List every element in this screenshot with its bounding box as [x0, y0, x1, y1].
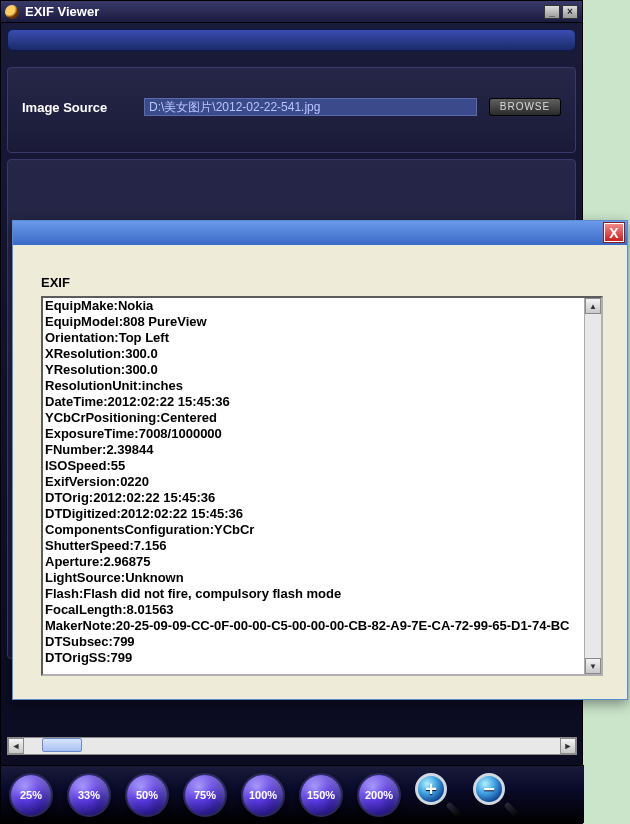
popup-titlebar[interactable]: X — [13, 221, 627, 245]
window-title: EXIF Viewer — [25, 4, 542, 19]
horizontal-scrollbar[interactable]: ◄ ► — [7, 737, 577, 755]
zoom-out-button[interactable]: − — [473, 773, 517, 817]
exif-line: DTSubsec:799 — [45, 634, 583, 650]
image-source-panel: Image Source BROWSE — [7, 67, 576, 153]
zoom-150-button[interactable]: 150% — [299, 773, 343, 817]
exif-line: ExifVersion:0220 — [45, 474, 583, 490]
exif-label: EXIF — [41, 275, 609, 290]
minimize-button[interactable]: _ — [544, 5, 560, 19]
exif-line: ExposureTime:7008/1000000 — [45, 426, 583, 442]
zoom-50-button[interactable]: 50% — [125, 773, 169, 817]
minus-icon: − — [483, 779, 495, 799]
exif-line: Aperture:2.96875 — [45, 554, 583, 570]
exif-line: ShutterSpeed:7.156 — [45, 538, 583, 554]
toolbar-strip — [7, 29, 576, 51]
popup-close-button[interactable]: X — [604, 223, 624, 242]
image-source-input[interactable] — [144, 98, 477, 116]
scroll-vtrack[interactable] — [585, 315, 601, 657]
exif-line: ComponentsConfiguration:YCbCr — [45, 522, 583, 538]
exif-popup: X EXIF EquipMake:NokiaEquipModel:808 Pur… — [12, 220, 628, 700]
scroll-thumb[interactable] — [42, 738, 82, 752]
zoom-33-button[interactable]: 33% — [67, 773, 111, 817]
exif-line: YCbCrPositioning:Centered — [45, 410, 583, 426]
zoom-in-button[interactable]: + — [415, 773, 459, 817]
exif-line: LightSource:Unknown — [45, 570, 583, 586]
exif-line: Orientation:Top Left — [45, 330, 583, 346]
scroll-track[interactable] — [24, 738, 560, 754]
exif-line: Flash:Flash did not fire, compulsory fla… — [45, 586, 583, 602]
title-bar[interactable]: EXIF Viewer _ × — [1, 1, 582, 23]
exif-line: EquipMake:Nokia — [45, 298, 583, 314]
exif-line: DTOrig:2012:02:22 15:45:36 — [45, 490, 583, 506]
exif-line: FocalLength:8.01563 — [45, 602, 583, 618]
exif-textbox[interactable]: EquipMake:NokiaEquipModel:808 PureViewOr… — [41, 296, 603, 676]
scroll-down-arrow[interactable]: ▼ — [585, 658, 601, 674]
zoom-100-button[interactable]: 100% — [241, 773, 285, 817]
zoom-200-button[interactable]: 200% — [357, 773, 401, 817]
exif-line: MakerNote:20-25-09-09-CC-0F-00-00-C5-00-… — [45, 618, 583, 634]
zoom-25-button[interactable]: 25% — [9, 773, 53, 817]
exif-line: XResolution:300.0 — [45, 346, 583, 362]
exif-line: DateTime:2012:02:22 15:45:36 — [45, 394, 583, 410]
browse-button[interactable]: BROWSE — [489, 98, 561, 116]
scroll-right-arrow[interactable]: ► — [560, 738, 576, 754]
plus-icon: + — [425, 779, 437, 799]
exif-content: EquipMake:NokiaEquipModel:808 PureViewOr… — [45, 298, 583, 674]
vertical-scrollbar[interactable]: ▲ ▼ — [584, 298, 601, 674]
close-button[interactable]: × — [562, 5, 578, 19]
scroll-left-arrow[interactable]: ◄ — [8, 738, 24, 754]
app-icon — [5, 5, 19, 19]
zoom-75-button[interactable]: 75% — [183, 773, 227, 817]
exif-line: ISOSpeed:55 — [45, 458, 583, 474]
exif-line: YResolution:300.0 — [45, 362, 583, 378]
exif-line: DTDigitized:2012:02:22 15:45:36 — [45, 506, 583, 522]
exif-line: DTOrigSS:799 — [45, 650, 583, 666]
exif-line: FNumber:2.39844 — [45, 442, 583, 458]
zoom-toolbar: 25% 33% 50% 75% 100% 150% 200% + − — [1, 765, 584, 823]
image-source-label: Image Source — [22, 100, 132, 115]
exif-line: EquipModel:808 PureView — [45, 314, 583, 330]
exif-line: ResolutionUnit:inches — [45, 378, 583, 394]
scroll-up-arrow[interactable]: ▲ — [585, 298, 601, 314]
